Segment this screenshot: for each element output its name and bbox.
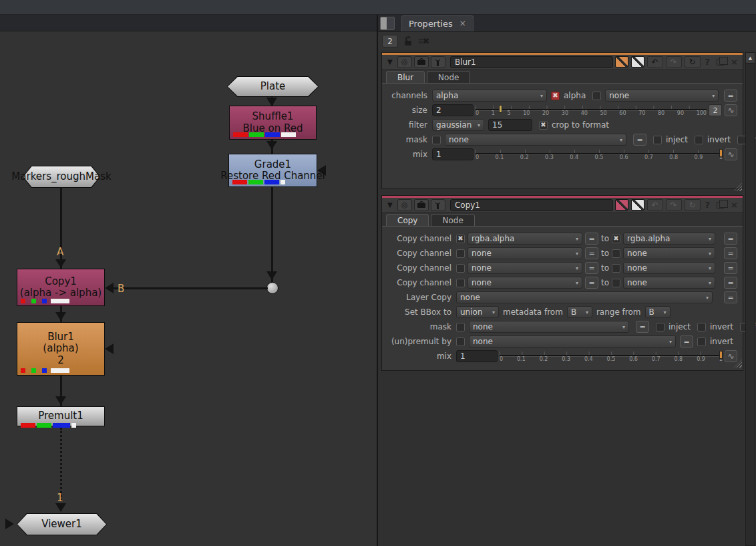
gl-color-swatch[interactable] (631, 199, 644, 211)
copy-to-dropdown-2[interactable]: none▾ (623, 247, 715, 259)
mix-slider-handle[interactable] (719, 149, 723, 157)
size-field[interactable]: 2 (432, 104, 474, 116)
unpremult-dropdown[interactable]: none▾ (469, 335, 676, 348)
close-all-panels-icon[interactable]: ≡✖ (418, 36, 429, 46)
layer-copy-eq[interactable]: = (724, 291, 737, 303)
unpremult-invert-checkbox[interactable] (697, 337, 706, 346)
channels-mask-checkbox[interactable] (592, 92, 601, 100)
undo-icon[interactable]: ↶ (647, 199, 663, 211)
copy-from-checkbox-1[interactable]: ✖ (456, 235, 465, 243)
properties-scrollbar[interactable]: ▲ (745, 52, 755, 546)
unpremult-eq-button[interactable]: = (680, 335, 693, 348)
close-panel-icon[interactable]: × (729, 200, 740, 210)
mix-animation-button[interactable]: ∿ (725, 148, 737, 160)
revert-icon[interactable]: ↻ (685, 199, 701, 211)
wrench-icon[interactable] (431, 56, 445, 68)
node-shuffle1[interactable]: Shuffle1 Blue on Red (229, 106, 317, 140)
redo-icon[interactable]: ↷ (666, 56, 682, 67)
mask-dropdown[interactable]: none▾ (445, 134, 626, 146)
copy-to-checkbox-2[interactable] (612, 249, 620, 258)
tab-node-blur[interactable]: Node (427, 71, 470, 83)
crop-checkbox[interactable]: ✖ (539, 121, 548, 130)
copy-from-eq-4[interactable]: = (585, 277, 598, 289)
copy-from-checkbox-2[interactable] (456, 249, 465, 258)
copy-from-checkbox-4[interactable] (456, 279, 465, 287)
node-blur1[interactable]: Blur1 (alpha) 2 (17, 322, 105, 376)
mask-dropdown[interactable]: none▾ (469, 321, 629, 333)
copy-to-dropdown-4[interactable]: none▾ (623, 277, 715, 289)
size-slider[interactable]: 015102030405060708090100 (476, 104, 707, 116)
mask-eq-button[interactable]: = (633, 134, 646, 146)
copy-from-eq-2[interactable]: = (585, 247, 598, 259)
undo-icon[interactable]: ↶ (647, 56, 663, 67)
invert-checkbox[interactable] (695, 136, 703, 144)
max-panels-field[interactable]: 2 (382, 35, 398, 47)
filter-size-field[interactable]: 15 (488, 119, 532, 131)
invert-checkbox[interactable] (697, 323, 706, 331)
tab-copy[interactable]: Copy (386, 214, 429, 226)
channel-alpha-checkbox[interactable]: ✖ (551, 92, 560, 100)
inject-checkbox[interactable] (656, 323, 665, 331)
copy-to-checkbox-1[interactable]: ✖ (612, 235, 620, 243)
tab-properties[interactable]: Properties × (401, 15, 474, 31)
copy-to-eq-1[interactable]: = (724, 233, 737, 245)
layer-copy-dropdown[interactable]: none▾ (456, 291, 713, 303)
help-icon[interactable]: ? (703, 200, 713, 210)
collapse-panel-icon[interactable]: ▼ (385, 58, 395, 65)
channels-mask-dropdown[interactable]: none▾ (605, 90, 719, 102)
center-node-icon[interactable]: ◎ (397, 199, 412, 211)
monitor-icon[interactable] (414, 56, 429, 68)
lock-icon[interactable] (403, 36, 413, 46)
bbox-dropdown[interactable]: union▾ (456, 306, 499, 318)
channels-dropdown[interactable]: alpha▾ (432, 90, 547, 102)
float-panel-icon[interactable] (717, 202, 724, 209)
inject-checkbox[interactable] (653, 136, 662, 144)
node-color-swatch[interactable] (615, 56, 628, 67)
mix-animation-button[interactable]: ∿ (725, 350, 737, 362)
filter-dropdown[interactable]: gaussian▾ (432, 119, 484, 131)
help-icon[interactable]: ? (703, 57, 713, 67)
metadata-from-dropdown[interactable]: B▾ (567, 306, 592, 318)
tab-node-copy[interactable]: Node (431, 214, 474, 226)
tab-close-icon[interactable]: × (459, 19, 466, 28)
node-plate[interactable]: Plate (227, 76, 319, 97)
copy-from-eq-3[interactable]: = (585, 262, 598, 274)
copy-to-eq-4[interactable]: = (724, 277, 737, 289)
node-name-field[interactable]: Blur1 (450, 56, 613, 68)
unpremult-checkbox[interactable] (456, 337, 465, 346)
edge-elbow-dot[interactable] (266, 282, 278, 294)
node-color-swatch[interactable] (615, 199, 628, 211)
copy-to-eq-2[interactable]: = (724, 247, 737, 259)
size-slider-handle[interactable] (499, 105, 502, 113)
mask-checkbox[interactable] (456, 323, 465, 331)
wrench-icon[interactable] (431, 199, 445, 211)
mix-slider[interactable]: 00.10.20.30.40.50.60.70.80.91 (500, 350, 723, 362)
redo-icon[interactable]: ↷ (666, 199, 682, 211)
node-markers-roughmask[interactable]: Markers_roughMask (23, 166, 100, 188)
copy-from-eq-1[interactable]: = (585, 233, 598, 245)
node-viewer1[interactable]: Viewer1 (17, 513, 107, 535)
mix-slider[interactable]: 00.10.20.30.40.50.60.70.80.91 (476, 148, 723, 160)
close-panel-icon[interactable]: × (729, 57, 740, 67)
copy-from-dropdown-1[interactable]: rgba.alpha▾ (467, 233, 582, 245)
copy-to-dropdown-3[interactable]: none▾ (623, 262, 715, 274)
copy-to-checkbox-3[interactable] (612, 264, 620, 273)
channels-eq-button[interactable]: = (724, 90, 737, 102)
copy-from-dropdown-3[interactable]: none▾ (467, 262, 582, 274)
mix-field[interactable]: 1 (456, 350, 498, 362)
mask-checkbox[interactable] (432, 136, 441, 144)
node-copy1[interactable]: Copy1 (alpha -> alpha) (17, 269, 105, 306)
copy-to-eq-3[interactable]: = (724, 262, 737, 274)
gl-color-swatch[interactable] (631, 56, 644, 67)
revert-icon[interactable]: ↻ (685, 56, 701, 67)
tab-blur[interactable]: Blur (386, 71, 425, 83)
size-animation-button[interactable]: ∿ (725, 104, 737, 116)
copy-from-dropdown-2[interactable]: none▾ (467, 247, 582, 259)
center-node-icon[interactable]: ◎ (397, 56, 412, 68)
node-premult1[interactable]: Premult1 (17, 406, 105, 426)
mask-eq-button[interactable]: = (636, 321, 649, 333)
monitor-icon[interactable] (414, 199, 429, 211)
node-name-field[interactable]: Copy1 (450, 199, 613, 211)
copy-from-checkbox-3[interactable] (456, 264, 465, 273)
pane-layout-icon[interactable] (380, 17, 395, 30)
